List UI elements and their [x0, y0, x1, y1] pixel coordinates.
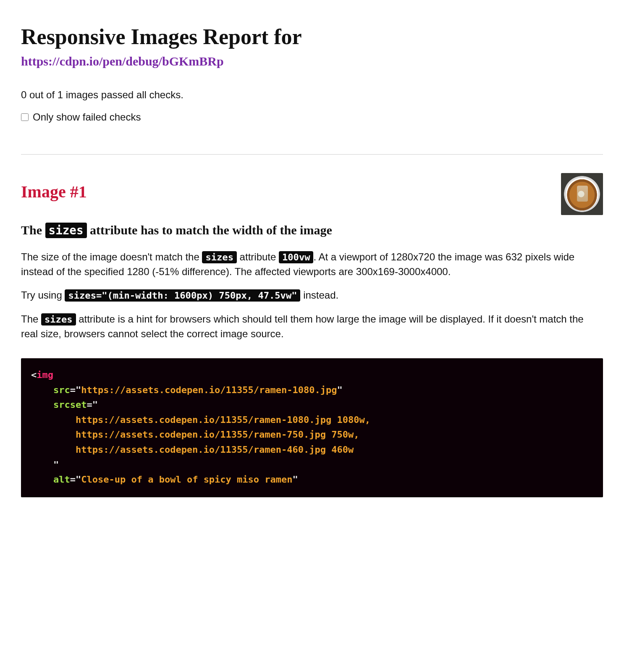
page-title: Responsive Images Report for — [21, 24, 603, 50]
report-url-link[interactable]: https://cdpn.io/pen/debug/bGKmBRp — [21, 52, 603, 71]
p2b: instead. — [300, 289, 338, 301]
divider — [21, 154, 603, 155]
image-heading: Image #1 — [21, 180, 603, 204]
rule-paragraph-1: The size of the image doesn't match the … — [21, 250, 603, 279]
p2a: Try using — [21, 289, 65, 301]
p1b: attribute — [237, 251, 279, 262]
rule-paragraph-2: Try using sizes="(min-width: 1600px) 750… — [21, 288, 603, 303]
p3a: The — [21, 313, 41, 325]
rule-title-pre: The — [21, 223, 45, 237]
p1-code-sizes: sizes — [202, 251, 236, 263]
image-section-1: Image #1 The sizes attribute has to matc… — [21, 180, 603, 497]
rule-title-code: sizes — [45, 223, 87, 238]
p2-code-suggestion: sizes="(min-width: 1600px) 750px, 47.5vw… — [65, 289, 300, 302]
p3b: attribute is a hint for browsers which s… — [21, 313, 584, 339]
image-thumbnail — [561, 173, 603, 215]
rule-title-post: attribute has to match the width of the … — [87, 223, 332, 237]
p1a: The size of the image doesn't match the — [21, 251, 202, 262]
only-failed-checkbox[interactable] — [21, 113, 29, 121]
rule-title: The sizes attribute has to match the wid… — [21, 222, 603, 238]
summary-text: 0 out of 1 images passed all checks. — [21, 88, 603, 102]
p3-code-sizes: sizes — [41, 313, 76, 326]
p1-code-value: 100vw — [279, 251, 313, 263]
filter-row: Only show failed checks — [21, 110, 603, 125]
rule-paragraph-3: The sizes attribute is a hint for browse… — [21, 312, 603, 341]
code-block: <img src="https://assets.codepen.io/1135… — [21, 358, 603, 497]
only-failed-label: Only show failed checks — [33, 110, 141, 125]
